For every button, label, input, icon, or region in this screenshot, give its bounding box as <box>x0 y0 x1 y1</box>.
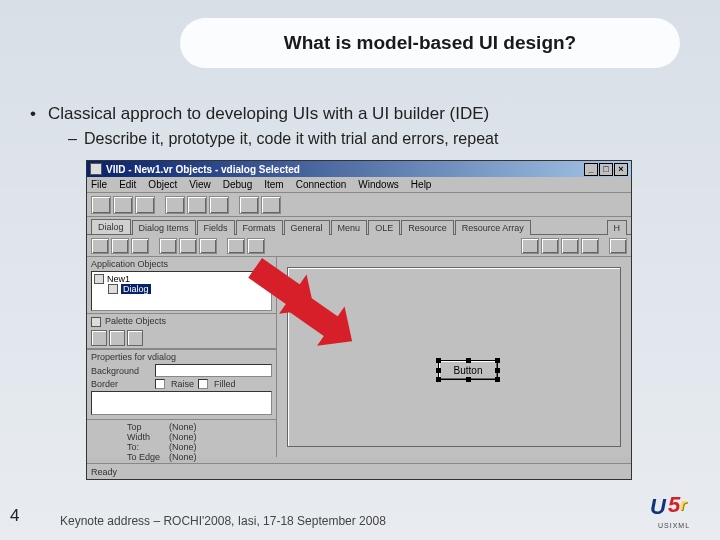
slide-title: What is model-based UI design? <box>180 18 680 68</box>
tab-resource[interactable]: Resource <box>401 220 454 235</box>
control-toolbar <box>87 235 631 257</box>
tab-strip: Dialog Dialog Items Fields Formats Gener… <box>87 217 631 235</box>
resize-handle[interactable] <box>436 368 441 373</box>
window-titlebar: VIID - New1.vr Objects - vdialog Selecte… <box>87 161 631 177</box>
menu-item[interactable]: Item <box>264 179 283 190</box>
usixml-logo: U5r USIXML <box>650 492 710 536</box>
prop-background-label: Background <box>91 366 151 376</box>
palette-item-2-icon[interactable] <box>109 330 125 346</box>
tab-fields[interactable]: Fields <box>197 220 235 235</box>
toolbar-paste-icon[interactable] <box>209 196 229 214</box>
footer: Keynote address – ROCHI'2008, Iasi, 17-1… <box>60 514 720 528</box>
prop-border-label: Border <box>91 379 151 389</box>
coordinates-block: Top(None) Width(None) To:(None) To Edge(… <box>87 419 276 464</box>
ctl-next-icon[interactable] <box>561 238 579 254</box>
toolbar-run-icon[interactable] <box>239 196 259 214</box>
toolbar-save-icon[interactable] <box>135 196 155 214</box>
tab-general[interactable]: General <box>284 220 330 235</box>
ctl-prev-icon[interactable] <box>521 238 539 254</box>
ctl-misc-icon[interactable] <box>609 238 627 254</box>
properties-title: Properties for vdialog <box>91 352 272 362</box>
left-panel: Application Objects New1 Dialog Palette … <box>87 257 277 457</box>
ctl-end-icon[interactable] <box>581 238 599 254</box>
menu-file[interactable]: File <box>91 179 107 190</box>
ctl-label-icon[interactable] <box>111 238 129 254</box>
resize-handle[interactable] <box>495 368 500 373</box>
resize-handle[interactable] <box>436 358 441 363</box>
ctl-edit-icon[interactable] <box>131 238 149 254</box>
coord-top-value: (None) <box>169 422 197 432</box>
menu-windows[interactable]: Windows <box>358 179 399 190</box>
resize-handle[interactable] <box>466 358 471 363</box>
tab-menu[interactable]: Menu <box>331 220 368 235</box>
coord-to-value: (None) <box>169 442 197 452</box>
palette-item-3-icon[interactable] <box>127 330 143 346</box>
ctl-play-icon[interactable] <box>541 238 559 254</box>
coord-to-label: To: <box>127 442 165 452</box>
ctl-combo-icon[interactable] <box>247 238 265 254</box>
footer-text: Keynote address – ROCHI'2008, Iasi, 17-1… <box>60 514 386 528</box>
coord-toedge-label: To Edge <box>127 452 165 462</box>
tab-resource-array[interactable]: Resource Array <box>455 220 531 235</box>
coord-toedge-value: (None) <box>169 452 197 462</box>
ctl-check-icon[interactable] <box>179 238 197 254</box>
tab-help-icon[interactable]: H <box>607 220 628 235</box>
resize-handle[interactable] <box>495 358 500 363</box>
menu-view[interactable]: View <box>189 179 211 190</box>
coord-top-label: Top <box>127 422 165 432</box>
placed-button-label: Button <box>454 365 483 376</box>
ctl-list-icon[interactable] <box>227 238 245 254</box>
tree-root-icon <box>94 274 104 284</box>
toolbar-new-icon[interactable] <box>91 196 111 214</box>
window-title: VIID - New1.vr Objects - vdialog Selecte… <box>106 164 300 175</box>
menu-debug[interactable]: Debug <box>223 179 252 190</box>
bullet-sub: Describe it, prototype it, code it with … <box>26 130 700 148</box>
prop-filled-label: Filled <box>214 379 236 389</box>
ctl-pointer-icon[interactable] <box>91 238 109 254</box>
menu-connection[interactable]: Connection <box>296 179 347 190</box>
logo-subtext: USIXML <box>650 522 698 529</box>
bullet-list: Classical approch to developing UIs with… <box>26 104 700 148</box>
prop-raise-label: Raise <box>171 379 194 389</box>
status-text: Ready <box>91 467 117 477</box>
resize-handle[interactable] <box>495 377 500 382</box>
palette-expand-icon[interactable] <box>91 317 101 327</box>
palette-label: Palette Objects <box>105 316 166 326</box>
toolbar-stop-icon[interactable] <box>261 196 281 214</box>
tree-node-icon <box>108 284 118 294</box>
prop-background-field[interactable] <box>155 364 272 377</box>
menu-edit[interactable]: Edit <box>119 179 136 190</box>
ctl-radio-icon[interactable] <box>199 238 217 254</box>
tree-selected[interactable]: Dialog <box>121 284 151 294</box>
coord-width-label: Width <box>127 432 165 442</box>
maximize-button[interactable]: □ <box>599 163 613 176</box>
toolbar-open-icon[interactable] <box>113 196 133 214</box>
design-canvas[interactable]: Button <box>277 257 631 457</box>
app-icon <box>90 163 102 175</box>
ctl-button-icon[interactable] <box>159 238 177 254</box>
tab-dialog[interactable]: Dialog <box>91 219 131 234</box>
prop-filled-checkbox[interactable] <box>198 379 208 389</box>
toolbar-cut-icon[interactable] <box>165 196 185 214</box>
resize-handle[interactable] <box>436 377 441 382</box>
placed-button-control[interactable]: Button <box>438 360 498 380</box>
workspace: Application Objects New1 Dialog Palette … <box>87 257 631 457</box>
prop-raise-checkbox[interactable] <box>155 379 165 389</box>
objects-label: Application Objects <box>91 259 272 269</box>
tab-ole[interactable]: OLE <box>368 220 400 235</box>
menu-object[interactable]: Object <box>148 179 177 190</box>
statusbar: Ready <box>87 463 631 479</box>
bullet-main: Classical approch to developing UIs with… <box>26 104 700 124</box>
menu-help[interactable]: Help <box>411 179 432 190</box>
main-toolbar <box>87 193 631 217</box>
tab-formats[interactable]: Formats <box>236 220 283 235</box>
resize-handle[interactable] <box>466 377 471 382</box>
close-button[interactable]: × <box>614 163 628 176</box>
tree-root[interactable]: New1 <box>107 274 130 284</box>
palette-item-1-icon[interactable] <box>91 330 107 346</box>
toolbar-copy-icon[interactable] <box>187 196 207 214</box>
minimize-button[interactable]: _ <box>584 163 598 176</box>
object-tree[interactable]: New1 Dialog <box>91 271 272 311</box>
prop-extra-field[interactable] <box>91 391 272 415</box>
tab-dialog-items[interactable]: Dialog Items <box>132 220 196 235</box>
